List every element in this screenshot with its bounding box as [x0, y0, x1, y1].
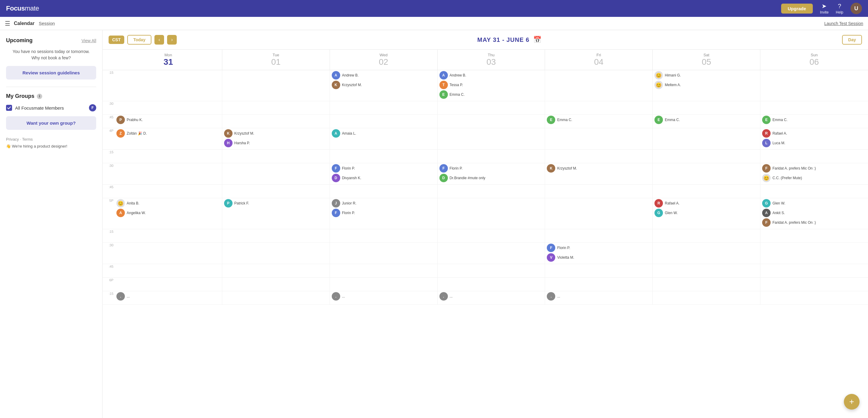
session-entry[interactable]: JJunior R.	[332, 199, 435, 208]
time-cell[interactable]	[330, 185, 438, 198]
session-entry[interactable]: 😊Meltem A.	[654, 81, 758, 89]
time-cell[interactable]: KKrzysztof M.	[545, 163, 653, 184]
session-entry[interactable]: 😊Himani G.	[654, 71, 758, 79]
time-cell[interactable]	[330, 278, 438, 291]
want-your-own-group-button[interactable]: Want your own group?	[6, 116, 96, 130]
time-cell[interactable]	[115, 163, 222, 184]
time-cell[interactable]: RRafael A.GGlen W.	[653, 198, 760, 229]
session-entry[interactable]: GGlen W.	[762, 199, 866, 208]
time-cell[interactable]	[653, 128, 760, 149]
time-cell[interactable]	[438, 101, 545, 114]
time-cell[interactable]	[330, 229, 438, 242]
time-cell[interactable]	[760, 185, 868, 198]
time-cell[interactable]	[653, 291, 760, 305]
session-entry[interactable]: ....	[547, 292, 651, 301]
time-cell[interactable]	[653, 163, 760, 184]
time-cell[interactable]	[438, 264, 545, 277]
user-avatar[interactable]: U	[850, 3, 862, 14]
time-cell[interactable]	[222, 291, 330, 305]
time-cell[interactable]	[438, 115, 545, 128]
session-entry[interactable]: FFlorin P.	[332, 164, 435, 173]
time-cell[interactable]: PPrabhu K.	[115, 115, 222, 128]
time-cell[interactable]: ....	[438, 291, 545, 305]
time-cell[interactable]	[438, 229, 545, 242]
time-cell[interactable]: AAmaia L.	[330, 128, 438, 149]
session-entry[interactable]: PPatrick F.	[224, 199, 328, 208]
next-week-button[interactable]: ›	[167, 35, 177, 44]
app-logo[interactable]: Focusmate	[6, 4, 39, 12]
group-item-all-focusmate[interactable]: All Focusmate Members F	[6, 104, 96, 111]
time-cell[interactable]	[653, 101, 760, 114]
time-cell[interactable]	[438, 150, 545, 163]
session-entry[interactable]: AAngelika W.	[116, 209, 220, 217]
time-cell[interactable]: ....	[330, 291, 438, 305]
time-cell[interactable]	[653, 278, 760, 291]
session-entry[interactable]: LLuca M.	[762, 139, 866, 147]
session-entry[interactable]: FFlorin P.	[439, 164, 543, 173]
upgrade-button[interactable]: Upgrade	[781, 4, 813, 13]
time-cell[interactable]	[222, 101, 330, 114]
time-cell[interactable]	[438, 128, 545, 149]
add-session-fab[interactable]: +	[844, 394, 860, 410]
time-cell[interactable]	[545, 229, 653, 242]
time-cell[interactable]	[653, 243, 760, 264]
time-cell[interactable]: AAndrew B.KKrzysztof M.	[330, 70, 438, 101]
session-entry[interactable]: EEmma C.	[762, 116, 866, 124]
session-entry[interactable]: FFaridat A. prefers Mic On :)	[762, 164, 866, 173]
group-checkbox[interactable]	[6, 105, 12, 111]
prev-week-button[interactable]: ‹	[154, 35, 164, 44]
session-entry[interactable]: RRafael A.	[654, 199, 758, 208]
review-session-guidelines-button[interactable]: Review session guidelines	[6, 66, 96, 79]
my-groups-info-icon[interactable]: ℹ	[37, 94, 42, 99]
time-cell[interactable]	[760, 229, 868, 242]
time-cell[interactable]: FFlorin P.DDr.Brandie #mute only	[438, 163, 545, 184]
time-cell[interactable]	[653, 264, 760, 277]
help-button[interactable]: ? Help	[836, 3, 843, 14]
time-cell[interactable]	[115, 150, 222, 163]
time-cell[interactable]	[222, 264, 330, 277]
session-entry[interactable]: ....	[332, 292, 435, 301]
nav-session-link[interactable]: Session	[39, 21, 55, 26]
session-entry[interactable]: EEmma C.	[654, 116, 758, 124]
time-cell[interactable]	[222, 115, 330, 128]
session-entry[interactable]: AAmaia L.	[332, 129, 435, 138]
time-cell[interactable]: ....	[115, 291, 222, 305]
menu-icon[interactable]: ☰	[5, 20, 10, 27]
session-entry[interactable]: AAndrew B.	[332, 71, 435, 79]
time-cell[interactable]: EEmma C.	[760, 115, 868, 128]
time-cell[interactable]	[438, 243, 545, 264]
session-entry[interactable]: VVioletta M.	[547, 253, 651, 262]
time-cell[interactable]	[222, 278, 330, 291]
time-cell[interactable]	[115, 70, 222, 101]
session-entry[interactable]: KKrzysztof M.	[332, 81, 435, 89]
session-entry[interactable]: ....	[116, 292, 220, 301]
time-cell[interactable]	[760, 101, 868, 114]
launch-test-session-link[interactable]: Launch Test Session	[824, 21, 863, 26]
session-entry[interactable]: PPrabhu K.	[116, 116, 220, 124]
time-cell[interactable]	[545, 101, 653, 114]
invite-button[interactable]: ➤ Invite	[820, 2, 829, 14]
session-entry[interactable]: RRafael A.	[762, 129, 866, 138]
time-cell[interactable]	[545, 70, 653, 101]
session-entry[interactable]: FFlorin P.	[547, 244, 651, 252]
terms-link[interactable]: Terms	[22, 137, 33, 142]
time-cell[interactable]	[330, 264, 438, 277]
time-cell[interactable]	[653, 185, 760, 198]
session-entry[interactable]: EEmma C.	[547, 116, 651, 124]
time-cell[interactable]	[438, 278, 545, 291]
session-entry[interactable]: TTessa P.	[439, 81, 543, 89]
time-cell[interactable]: AAndrew B.TTessa P.EEmma C.	[438, 70, 545, 101]
calendar-picker-icon[interactable]: 📅	[533, 36, 542, 43]
time-cell[interactable]	[115, 101, 222, 114]
time-cell[interactable]: FFlorin P.VVioletta M.	[545, 243, 653, 264]
session-entry[interactable]: KKrzysztof M.	[224, 129, 328, 138]
time-cell[interactable]: EEmma C.	[653, 115, 760, 128]
time-cell[interactable]	[115, 278, 222, 291]
session-entry[interactable]: GGlen W.	[654, 209, 758, 217]
time-cell[interactable]	[760, 243, 868, 264]
session-entry[interactable]: ....	[439, 292, 543, 301]
time-cell[interactable]	[760, 264, 868, 277]
session-entry[interactable]: ZZoltán 🎉 D.	[116, 129, 220, 138]
time-cell[interactable]: ZZoltán 🎉 D.	[115, 128, 222, 149]
time-cell[interactable]	[545, 150, 653, 163]
